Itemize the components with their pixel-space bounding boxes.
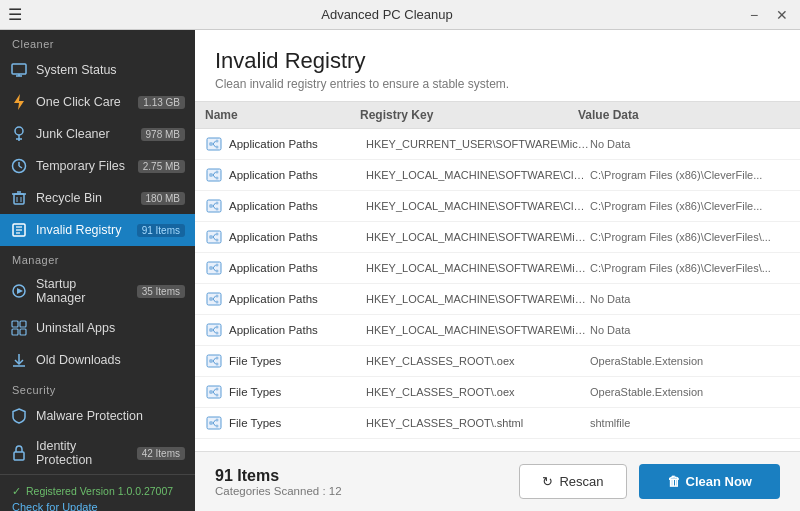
svg-rect-10 — [14, 194, 24, 204]
sidebar-label: System Status — [36, 63, 185, 77]
registered-text: Registered Version 1.0.0.27007 — [26, 485, 173, 497]
cell-name: File Types — [229, 417, 366, 429]
svg-point-35 — [209, 173, 213, 177]
minimize-button[interactable]: − — [744, 5, 764, 25]
sidebar-item-old-downloads[interactable]: Old Downloads — [0, 344, 195, 376]
cell-key: HKEY_LOCAL_MACHINE\SOFTWARE\Classes\Appl… — [366, 200, 590, 212]
page-subtitle: Clean invalid registry entries to ensure… — [215, 77, 780, 91]
trash-icon — [10, 189, 28, 207]
row-registry-icon — [205, 383, 223, 401]
row-registry-icon — [205, 135, 223, 153]
sidebar-item-one-click-care[interactable]: One Click Care 1.13 GB — [0, 86, 195, 118]
title-bar: ☰ Advanced PC Cleanup − ✕ — [0, 0, 800, 30]
table-row[interactable]: File Types HKEY_CLASSES_ROOT\.oex OperaS… — [195, 377, 800, 408]
close-button[interactable]: ✕ — [772, 5, 792, 25]
svg-point-47 — [209, 235, 213, 239]
row-registry-icon — [205, 352, 223, 370]
startup-icon — [10, 282, 28, 300]
svg-point-84 — [216, 419, 219, 422]
cell-key: HKEY_LOCAL_MACHINE\SOFTWARE\Microsoft\Wi… — [366, 231, 590, 243]
sidebar-item-junk-cleaner[interactable]: Junk Cleaner 978 MB — [0, 118, 195, 150]
sidebar-label: One Click Care — [36, 95, 130, 109]
sidebar-item-identity-protection[interactable]: Identity Protection 42 Items — [0, 432, 195, 474]
table-row[interactable]: Application Paths HKEY_LOCAL_MACHINE\SOF… — [195, 315, 800, 346]
sidebar-label: Temporary Files — [36, 159, 130, 173]
svg-point-71 — [209, 359, 213, 363]
check-update-link[interactable]: Check for Update — [12, 501, 183, 511]
svg-point-79 — [216, 394, 219, 397]
svg-rect-23 — [12, 329, 18, 335]
svg-point-60 — [216, 295, 219, 298]
shield-icon — [10, 407, 28, 425]
clean-icon: 🗑 — [667, 474, 680, 489]
sidebar-section-manager: Manager — [0, 246, 195, 270]
page-title: Invalid Registry — [215, 48, 780, 74]
svg-point-36 — [216, 171, 219, 174]
registry-icon — [10, 221, 28, 239]
cell-name: Application Paths — [229, 200, 366, 212]
cell-value: shtmlfile — [590, 417, 790, 429]
cell-name: Application Paths — [229, 138, 366, 150]
sidebar-badge: 978 MB — [141, 128, 185, 141]
cell-name: Application Paths — [229, 262, 366, 274]
svg-point-72 — [216, 357, 219, 360]
sidebar-label: Startup Manager — [36, 277, 129, 305]
main-layout: Cleaner System Status One Click Care 1.1… — [0, 30, 800, 511]
svg-point-41 — [209, 204, 213, 208]
menu-icon[interactable]: ☰ — [8, 5, 22, 24]
cell-name: File Types — [229, 386, 366, 398]
table-row[interactable]: File Types HKEY_CLASSES_ROOT\.shtml shtm… — [195, 408, 800, 439]
cell-key: HKEY_CLASSES_ROOT\.shtml — [366, 417, 590, 429]
cell-value: C:\Program Files (x86)\CleverFiles\... — [590, 231, 790, 243]
sidebar-item-uninstall-apps[interactable]: Uninstall Apps — [0, 312, 195, 344]
row-registry-icon — [205, 321, 223, 339]
sidebar-item-malware-protection[interactable]: Malware Protection — [0, 400, 195, 432]
svg-point-61 — [216, 301, 219, 304]
svg-rect-27 — [14, 452, 24, 460]
table-row[interactable]: File Types HKEY_CLASSES_ROOT\.oex OperaS… — [195, 346, 800, 377]
cell-name: Application Paths — [229, 324, 366, 336]
svg-point-48 — [216, 233, 219, 236]
sidebar-badge: 1.13 GB — [138, 96, 185, 109]
sidebar-label: Invalid Registry — [36, 223, 129, 237]
sidebar-label: Uninstall Apps — [36, 321, 185, 335]
cell-key: HKEY_CURRENT_USER\SOFTWARE\Microsoft\Win… — [366, 138, 590, 150]
clock-icon — [10, 157, 28, 175]
sidebar-item-recycle-bin[interactable]: Recycle Bin 180 MB — [0, 182, 195, 214]
sidebar-section-cleaner: Cleaner — [0, 30, 195, 54]
table-row[interactable]: Application Paths HKEY_LOCAL_MACHINE\SOF… — [195, 253, 800, 284]
sidebar-item-invalid-registry[interactable]: Invalid Registry 91 Items — [0, 214, 195, 246]
svg-point-29 — [209, 142, 213, 146]
table-body[interactable]: Application Paths HKEY_CURRENT_USER\SOFT… — [195, 129, 800, 451]
cell-name: Application Paths — [229, 293, 366, 305]
svg-point-53 — [209, 266, 213, 270]
svg-rect-24 — [20, 329, 26, 335]
cell-value: No Data — [590, 324, 790, 336]
cell-name: File Types — [229, 355, 366, 367]
cell-key: HKEY_LOCAL_MACHINE\SOFTWARE\Classes\Appl… — [366, 169, 590, 181]
table-row[interactable]: Application Paths HKEY_CURRENT_USER\SOFT… — [195, 129, 800, 160]
rescan-button[interactable]: ↻ Rescan — [519, 464, 626, 499]
cell-value: C:\Program Files (x86)\CleverFile... — [590, 169, 790, 181]
cell-value: No Data — [590, 138, 790, 150]
table-row[interactable]: Application Paths HKEY_LOCAL_MACHINE\SOF… — [195, 191, 800, 222]
rescan-label: Rescan — [559, 474, 603, 489]
clean-now-button[interactable]: 🗑 Clean Now — [639, 464, 780, 499]
svg-marker-20 — [17, 288, 23, 294]
svg-point-42 — [216, 202, 219, 205]
sidebar-item-temporary-files[interactable]: Temporary Files 2.75 MB — [0, 150, 195, 182]
col-header-value: Value Data — [578, 108, 778, 122]
table-row[interactable]: Application Paths HKEY_LOCAL_MACHINE\SOF… — [195, 284, 800, 315]
monitor-icon — [10, 61, 28, 79]
footer-info: 91 Items Categories Scanned : 12 — [215, 467, 519, 497]
cell-key: HKEY_LOCAL_MACHINE\SOFTWARE\Microsoft\Wi… — [366, 262, 590, 274]
sidebar-item-system-status[interactable]: System Status — [0, 54, 195, 86]
cell-name: Application Paths — [229, 169, 366, 181]
footer-buttons: ↻ Rescan 🗑 Clean Now — [519, 464, 780, 499]
sidebar-item-startup-manager[interactable]: Startup Manager 35 Items — [0, 270, 195, 312]
svg-point-49 — [216, 239, 219, 242]
svg-point-54 — [216, 264, 219, 267]
table-row[interactable]: Application Paths HKEY_LOCAL_MACHINE\SOF… — [195, 222, 800, 253]
svg-point-59 — [209, 297, 213, 301]
table-row[interactable]: Application Paths HKEY_LOCAL_MACHINE\SOF… — [195, 160, 800, 191]
